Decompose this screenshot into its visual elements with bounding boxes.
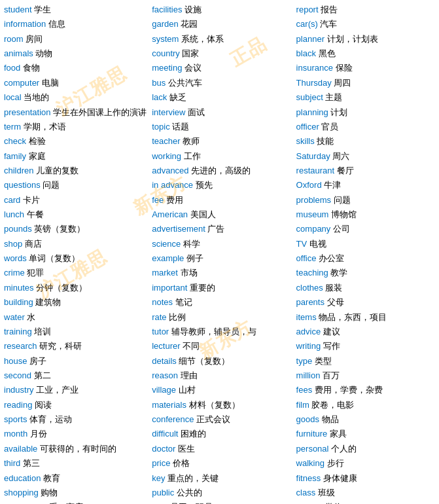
list-item: writing 写作 <box>296 339 435 353</box>
list-item: shop 商店 <box>4 237 147 251</box>
list-item: house 房子 <box>4 354 147 369</box>
vocab-english: officer <box>296 122 319 132</box>
vocab-chinese: 教育 <box>43 473 60 483</box>
vocab-english: tutor <box>152 327 169 336</box>
vocab-chinese: 面试 <box>188 107 205 117</box>
vocab-english: Thursday <box>296 78 332 88</box>
vocab-english: market <box>152 268 178 278</box>
list-item: pounds 英镑（复数） <box>4 222 147 236</box>
list-item: public 公共的 <box>152 486 290 500</box>
vocab-container: 沪江雅思 新东方 沪江雅思 新东方 正品 student 学生informati… <box>0 0 439 504</box>
vocab-chinese: 保险 <box>336 63 353 73</box>
list-item: reading 阅读 <box>4 398 147 412</box>
vocab-chinese: 儿童的复数 <box>36 166 79 175</box>
vocab-english: conference <box>152 414 194 424</box>
list-item: crime 犯罪 <box>4 266 147 280</box>
vocab-english: shopping <box>4 488 39 497</box>
list-item: tutor 辅导教师，辅导员，与 <box>152 325 290 339</box>
list-item: items 物品，东西，项目 <box>296 310 435 325</box>
vocab-english: country <box>152 48 180 58</box>
vocab-chinese: 午餐 <box>27 209 44 219</box>
list-item: black 黑色 <box>296 46 435 61</box>
list-item: local 当地的 <box>4 90 147 105</box>
vocab-chinese: 家具 <box>330 429 347 439</box>
vocab-chinese: 重要的 <box>190 283 215 293</box>
vocab-chinese: 办公室 <box>319 253 344 263</box>
list-item: term 学期，术语 <box>4 120 147 134</box>
vocab-english: type <box>296 356 313 366</box>
list-item: Saturday 周六 <box>296 149 435 164</box>
vocab-english: furniture <box>296 429 328 439</box>
vocab-english: subject <box>296 92 323 102</box>
vocab-english: third <box>4 458 20 468</box>
vocab-english: details <box>152 356 177 366</box>
vocab-chinese: 公共的 <box>177 488 202 497</box>
list-item: staff 员工，职员 <box>152 500 290 504</box>
vocab-chinese: 身体健康 <box>323 473 357 483</box>
vocab-chinese: 国家 <box>182 48 199 58</box>
list-item: Thursday 周四 <box>296 76 435 90</box>
vocab-english: check <box>4 136 26 146</box>
vocab-chinese: 计划，计划表 <box>327 34 378 44</box>
list-item: walking 步行 <box>296 456 435 471</box>
list-item: advanced 先进的，高级的 <box>152 164 290 178</box>
list-item: market 市场 <box>152 266 290 280</box>
list-item: company 公司 <box>296 222 435 236</box>
list-item: notes 笔记 <box>152 295 290 310</box>
list-item: training 培训 <box>4 325 147 339</box>
vocab-chinese: 研究，科研 <box>39 341 82 351</box>
list-item: sports 体育，运动 <box>4 412 147 427</box>
vocab-chinese: 动物 <box>35 48 52 58</box>
vocab-chinese: 建议 <box>323 327 340 336</box>
list-item: parents 父母 <box>296 295 435 310</box>
vocab-english: report <box>296 5 319 14</box>
list-item: water 水 <box>4 310 147 325</box>
list-item: family 家庭 <box>4 149 147 164</box>
list-item: second 第二 <box>4 369 147 383</box>
vocab-chinese: 食物 <box>23 63 40 73</box>
vocab-english: personal <box>296 444 329 454</box>
list-item: village 山村 <box>152 383 290 397</box>
vocab-chinese: 工作 <box>184 151 201 161</box>
list-item: third 第三 <box>4 456 147 471</box>
list-item: research 研究，科研 <box>4 339 147 353</box>
list-item: rate 比例 <box>152 310 290 325</box>
vocab-english: teaching <box>296 268 328 278</box>
vocab-chinese: 周四 <box>334 78 351 88</box>
list-item: office 办公室 <box>296 251 435 266</box>
list-item: restaurant 餐厅 <box>296 164 435 178</box>
vocab-english: fees <box>296 385 313 395</box>
vocab-chinese: 百万 <box>323 370 340 380</box>
vocab-chinese: 广告 <box>207 224 224 234</box>
vocab-english: term <box>4 122 21 132</box>
vocab-chinese: 当地的 <box>24 92 49 102</box>
list-item: presentation 学生在外国课上作的演讲 <box>4 105 147 120</box>
vocab-chinese: 房子 <box>29 356 46 366</box>
vocab-chinese: 建筑物 <box>35 297 61 307</box>
list-item: building 建筑物 <box>4 295 147 310</box>
list-item: advice 建议 <box>296 325 435 339</box>
vocab-chinese: 计划 <box>330 107 347 117</box>
vocab-chinese: 工业，产业 <box>36 385 79 395</box>
vocab-chinese: 山村 <box>179 385 196 395</box>
vocab-chinese: 购物 <box>41 488 58 497</box>
vocab-chinese: 问题 <box>334 195 351 205</box>
list-item: lecturer 不同 <box>152 339 290 353</box>
vocab-chinese: 分钟（复数） <box>36 283 87 293</box>
list-item: price 价格 <box>152 456 290 471</box>
vocab-english: museum <box>296 209 329 219</box>
vocab-english: family <box>4 151 26 161</box>
vocab-english: system <box>152 34 179 44</box>
list-item: important 重要的 <box>152 281 290 295</box>
vocab-chinese: 医生 <box>178 444 195 454</box>
list-item: bus 公共汽车 <box>152 76 290 90</box>
list-item: student 学生 <box>4 3 147 17</box>
vocab-chinese: 卡片 <box>23 195 40 205</box>
vocab-english: rate <box>152 312 166 322</box>
list-item: lack 缺乏 <box>152 90 290 105</box>
vocab-english: interview <box>152 107 185 117</box>
list-item: materials 材料（复数） <box>152 398 290 412</box>
vocab-english: public <box>152 488 174 497</box>
vocab-chinese: 缺乏 <box>169 92 186 102</box>
list-item: American 美国人 <box>152 207 290 222</box>
